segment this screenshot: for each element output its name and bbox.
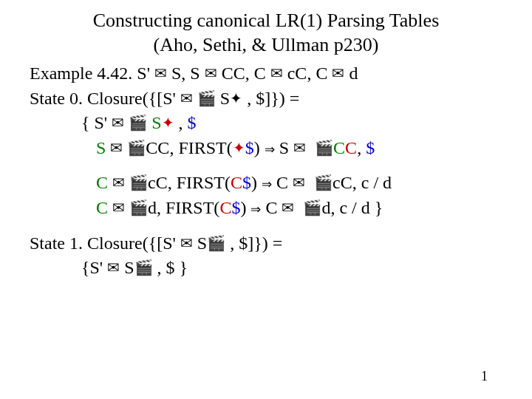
state1-item1: {S' ✉ S🎬 , $ } [81,256,532,281]
msg-icon: ✉ [107,259,120,276]
msg-icon: ✉ [332,65,344,81]
t: C [219,198,231,217]
t: S [220,89,230,108]
t: d [349,64,358,83]
msg-icon: ✉ [112,174,125,191]
state0-item4: C ✉ 🎬d, FIRST(C$) ⇒ C ✉ 🎬d, c / d } [96,196,532,221]
arrow-icon: ⇒ [250,202,261,216]
t: C [96,173,108,192]
t: $ [231,198,240,217]
clap-icon: 🎬 [134,259,153,276]
msg-icon: ✉ [154,65,167,81]
msg-icon: ✉ [282,200,294,216]
t: C [345,138,357,157]
t: S, S [171,64,205,83]
t: , $]}) = [230,233,282,253]
state0-item1: { S' ✉ 🎬 S✦ , $ [81,111,532,136]
clap-icon: 🎬 [129,115,147,131]
clap-icon: 🎬 [207,235,225,251]
t: C [333,138,345,157]
clap-icon: 🎬 [197,90,216,106]
star-icon: ✦ [162,115,174,131]
msg-icon: ✉ [293,140,306,156]
arrow-icon: ⇒ [262,177,272,191]
t: , [179,113,188,132]
t: C [261,198,282,217]
example-line: Example 4.42. S' ✉ S, S ✉ CC, C ✉ cC, C … [30,61,532,86]
t: State 1. Closure({[S' [30,233,180,253]
t: S [151,113,161,132]
msg-icon: ✉ [180,90,193,106]
state1-header: State 1. Closure({[S' ✉ S🎬 , $]}) = [30,231,532,256]
state0-item2: S ✉ 🎬CC, FIRST(✦$) ⇒ S ✉ 🎬CC, $ [96,136,532,161]
t: d, c / d } [321,198,383,217]
msg-icon: ✉ [270,65,283,81]
arrow-icon: ⇒ [265,143,275,157]
title-line1: Constructing canonical LR(1) Parsing Tab… [93,10,440,31]
msg-icon: ✉ [112,200,125,216]
t: C [96,198,108,217]
t: {S' [81,258,107,277]
clap-icon: 🎬 [129,200,148,216]
t: CC, FIRST( [146,138,232,157]
msg-icon: ✉ [293,174,305,191]
page-number: 1 [481,369,488,384]
clap-icon: 🎬 [315,140,333,156]
t: S [96,138,106,157]
title-line2: (Aho, Sethi, & Ullman p230) [154,34,379,55]
t: ) [254,138,265,157]
state0-header: State 0. Closure({[S' ✉ 🎬 S✦ , $]}) = [30,86,532,112]
t: { S' [81,113,112,132]
t: , $]}) = [247,89,299,108]
t: S [124,258,134,277]
t: ) [240,198,250,217]
t: cC, C [287,64,332,83]
t: Example 4.42. S' [30,64,154,83]
msg-icon: ✉ [110,140,123,156]
t: S [275,138,293,157]
clap-icon: 🎬 [314,174,332,191]
t: State 0. Closure({[S' [30,89,180,108]
t: $ [188,113,197,132]
slide-title: Constructing canonical LR(1) Parsing Tab… [0,9,532,57]
slide-body: Example 4.42. S' ✉ S, S ✉ CC, C ✉ cC, C … [30,61,532,281]
t: $ [242,173,251,192]
state0-item3: C ✉ 🎬cC, FIRST(C$) ⇒ C ✉ 🎬cC, c / d [96,171,532,196]
t: cC, c / d [332,173,392,192]
t: C [231,173,242,192]
t: , $ } [157,258,188,277]
t: CC, C [222,64,270,83]
t: C [272,173,293,192]
msg-icon: ✉ [112,115,124,131]
t: , [357,138,366,157]
t: $ [366,138,375,157]
t: $ [245,138,254,157]
t: d, FIRST( [148,198,219,217]
t: cC, FIRST( [148,173,231,192]
star-icon: ✦ [230,90,242,106]
msg-icon: ✉ [180,235,193,251]
clap-icon: 🎬 [129,174,148,191]
clap-icon: 🎬 [303,200,321,216]
t: S [197,233,207,253]
star-icon: ✦ [233,140,245,156]
msg-icon: ✉ [205,65,217,81]
t: ) [251,173,262,192]
clap-icon: 🎬 [127,140,146,156]
